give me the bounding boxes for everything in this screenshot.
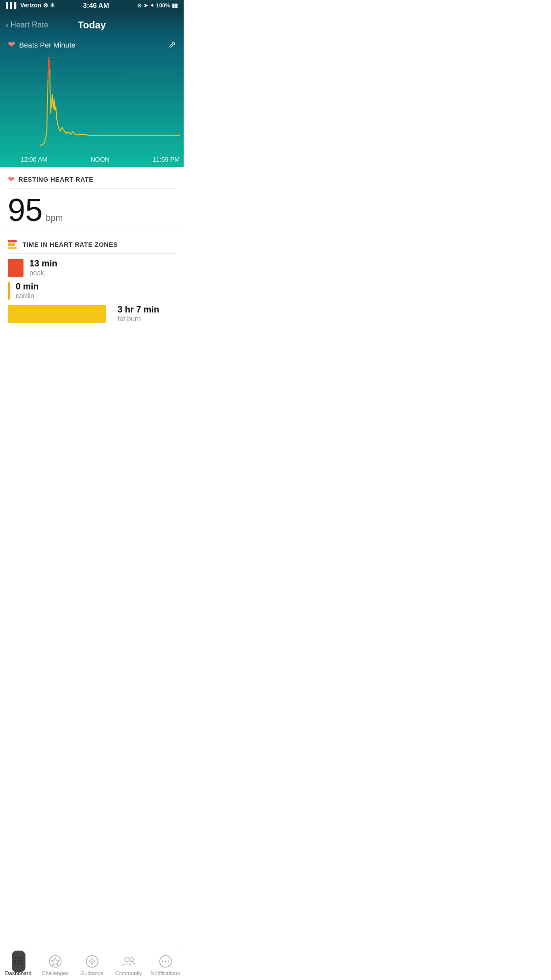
status-time: 3:46 AM xyxy=(83,1,109,9)
chart-canvas xyxy=(40,55,180,153)
status-bar: ▌▌▌ Verizon ⊗ ✳ 3:46 AM ⊙ ➤ ✦ 100% ▮▮ xyxy=(0,0,184,11)
heart-rate-chart xyxy=(40,55,180,153)
page-header: ‹ Heart Rate Today xyxy=(0,11,184,34)
zone-fatburn-info: 3 hr 7 min fat burn xyxy=(118,305,159,323)
lock-icon: ⊙ xyxy=(137,2,142,9)
activity-icon: ✳ xyxy=(50,2,55,9)
hr-zones-title: TIME IN HEART RATE ZONES xyxy=(8,240,176,254)
x-label-noon: NOON xyxy=(91,156,110,163)
chart-title: ❤ Beats Per Minute xyxy=(8,39,75,50)
heart-icon: ❤ xyxy=(8,39,15,50)
signal-icon: ▌▌▌ xyxy=(6,2,19,9)
zone-fatburn: 3 hr 7 min fat burn xyxy=(8,305,176,323)
back-button[interactable]: ‹ Heart Rate xyxy=(6,21,48,29)
location-icon: ➤ xyxy=(144,2,148,9)
zone-fatburn-label: fat burn xyxy=(118,315,159,323)
wifi-icon: ⊗ xyxy=(43,2,48,9)
x-label-end: 11:59 PM xyxy=(152,156,180,163)
resting-value-display: 95 bpm xyxy=(8,192,176,226)
x-label-start: 12:00 AM xyxy=(21,156,48,163)
chart-x-labels: 12:00 AM NOON 11:59 PM xyxy=(21,153,180,167)
resting-bpm-value: 95 xyxy=(8,194,43,226)
zone-cardio-value: 0 min xyxy=(16,282,39,292)
zones-stacked-icon xyxy=(8,240,17,249)
zone-fatburn-bar xyxy=(8,305,106,323)
zone-cardio-info: 0 min cardio xyxy=(16,282,39,300)
chart-header: ❤ Beats Per Minute ⇗ xyxy=(0,39,184,55)
resting-heart-rate-section: ❤ RESTING HEART RATE 95 bpm xyxy=(0,167,184,232)
expand-button[interactable]: ⇗ xyxy=(168,39,176,50)
zone-cardio-bar xyxy=(8,282,10,300)
chart-section: ❤ Beats Per Minute ⇗ 206 149 92 xyxy=(0,34,184,167)
zone-fatburn-value: 3 hr 7 min xyxy=(118,305,159,315)
resting-heart-rate-title: ❤ RESTING HEART RATE xyxy=(8,175,176,189)
back-chevron-icon: ‹ xyxy=(6,21,8,29)
battery-icon: ▮▮ xyxy=(172,2,178,9)
status-left: ▌▌▌ Verizon ⊗ ✳ xyxy=(6,2,55,9)
zone-cardio-label: cardio xyxy=(16,292,39,300)
bluetooth-icon: ✦ xyxy=(150,2,154,9)
chart-title-text: Beats Per Minute xyxy=(19,41,75,49)
battery-percent: 100% xyxy=(156,2,170,8)
heart-icon-small: ❤ xyxy=(8,175,15,184)
status-right: ⊙ ➤ ✦ 100% ▮▮ xyxy=(137,2,178,9)
zone-peak-value: 13 min xyxy=(29,259,57,269)
carrier-name: Verizon xyxy=(21,2,42,9)
zone-peak-info: 13 min peak xyxy=(29,259,57,277)
zone-peak: 13 min peak xyxy=(8,259,176,277)
back-label: Heart Rate xyxy=(10,21,48,29)
zone-cardio: 0 min cardio xyxy=(8,282,176,300)
zone-peak-label: peak xyxy=(29,269,57,277)
zone-peak-bar xyxy=(8,259,24,277)
resting-bpm-unit: bpm xyxy=(46,213,63,223)
hr-zones-section: TIME IN HEART RATE ZONES 13 min peak 0 m… xyxy=(0,232,184,334)
content-area: ❤ RESTING HEART RATE 95 bpm TIME IN HEAR… xyxy=(0,167,184,334)
page-title: Today xyxy=(78,20,106,31)
